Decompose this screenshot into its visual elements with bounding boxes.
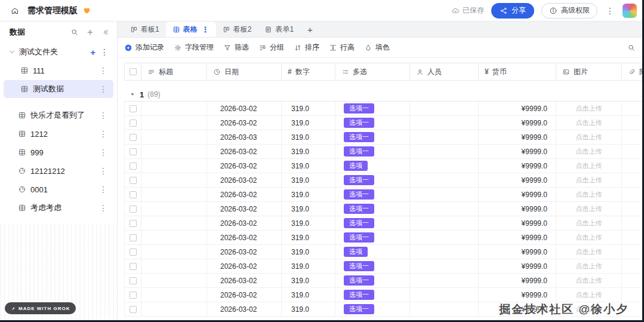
cell-title[interactable] bbox=[141, 302, 207, 316]
cell-multiselect[interactable]: 选项一 bbox=[335, 274, 410, 287]
cell-multiselect[interactable]: 选项一 bbox=[335, 202, 410, 216]
sidebar-folder[interactable]: 测试文件夹 + ⋮ bbox=[0, 43, 117, 61]
cell-person[interactable] bbox=[410, 188, 479, 201]
cell-date[interactable]: 2026-03-02 bbox=[207, 188, 282, 201]
avatar[interactable] bbox=[623, 4, 637, 18]
toolbar-add-record-button[interactable]: 添加记录 bbox=[124, 42, 164, 53]
item-kebab-icon[interactable]: ⋮ bbox=[98, 185, 109, 194]
cell-number[interactable]: 319.0 bbox=[282, 259, 335, 273]
cell-title[interactable] bbox=[141, 145, 207, 158]
cell-person[interactable] bbox=[410, 202, 479, 216]
cell-multiselect[interactable]: 选项 bbox=[335, 245, 410, 259]
cell-title[interactable] bbox=[141, 259, 207, 273]
cell-image[interactable]: 点击上传 bbox=[556, 173, 622, 187]
cell-date[interactable]: 2026-03-02 bbox=[207, 231, 282, 244]
home-button[interactable] bbox=[7, 3, 23, 19]
sidebar-collapse-icon[interactable] bbox=[101, 28, 110, 36]
cell-date[interactable]: 2026-03-02 bbox=[207, 116, 282, 130]
column-header-日期[interactable]: 日期 bbox=[207, 63, 282, 80]
toolbar-field-manage-button[interactable]: 字段管理 bbox=[174, 42, 214, 53]
cell-attachment[interactable]: 点击上传 bbox=[622, 245, 644, 259]
tab-表格[interactable]: 表格 ⋮ bbox=[166, 22, 216, 37]
sidebar-item-测试数据[interactable]: 测试数据 ⋮ bbox=[4, 80, 113, 98]
row-checkbox[interactable] bbox=[125, 288, 141, 302]
cell-multiselect[interactable]: 选项一 bbox=[335, 102, 410, 115]
cell-multiselect[interactable]: 选项一 bbox=[335, 145, 410, 158]
cell-image[interactable]: 点击上传 bbox=[556, 259, 622, 273]
row-checkbox[interactable] bbox=[125, 231, 141, 244]
cell-person[interactable] bbox=[410, 130, 479, 144]
cell-person[interactable] bbox=[410, 216, 479, 230]
cell-person[interactable] bbox=[410, 116, 479, 130]
cell-date[interactable]: 2026-03-02 bbox=[207, 173, 282, 187]
table-row[interactable]: 2026-03-02 319.0 选项一 ¥9999.0 点击上传 点击上传 bbox=[124, 259, 644, 274]
sidebar-item-999[interactable]: 999 ⋮ bbox=[4, 143, 113, 161]
advanced-permissions-button[interactable]: 高级权限 bbox=[541, 3, 597, 19]
row-checkbox[interactable] bbox=[125, 130, 141, 144]
cell-title[interactable] bbox=[141, 102, 207, 115]
table-row[interactable]: 2026-03-02 319.0 选项一 ¥9999.0 点击上传 点击上传 bbox=[124, 102, 644, 116]
cell-title[interactable] bbox=[141, 173, 207, 187]
column-header-货币[interactable]: ¥货币 bbox=[479, 63, 556, 80]
cell-multiselect[interactable]: 选项一 bbox=[335, 116, 410, 130]
item-kebab-icon[interactable]: ⋮ bbox=[98, 204, 109, 212]
cell-currency[interactable]: ¥9999.0 bbox=[479, 116, 556, 130]
table-row[interactable]: 2026-03-02 319.0 选项一 ¥9999.0 点击上传 点击上传 bbox=[124, 274, 644, 288]
cell-title[interactable] bbox=[141, 216, 207, 230]
sidebar-search-icon[interactable] bbox=[70, 28, 79, 36]
cell-number[interactable]: 319.0 bbox=[282, 216, 335, 230]
cell-title[interactable] bbox=[141, 202, 207, 216]
toolbar-sort-button[interactable]: 排序 bbox=[294, 42, 319, 53]
cell-date[interactable]: 2026-03-02 bbox=[207, 102, 282, 115]
cell-currency[interactable]: ¥9999.0 bbox=[479, 288, 556, 302]
tab-看板1[interactable]: 看板1 bbox=[124, 22, 166, 37]
cell-attachment[interactable]: 点击上传 bbox=[622, 130, 644, 144]
share-button[interactable]: 分享 bbox=[491, 3, 534, 19]
column-header-数字[interactable]: #数字 bbox=[282, 63, 335, 80]
cell-image[interactable]: 点击上传 bbox=[556, 102, 622, 115]
cell-currency[interactable]: ¥9999.0 bbox=[479, 188, 556, 201]
cell-title[interactable] bbox=[141, 188, 207, 201]
row-checkbox[interactable] bbox=[125, 173, 141, 187]
toolbar-group-button[interactable]: 分组 bbox=[258, 42, 284, 53]
row-checkbox[interactable] bbox=[125, 216, 141, 230]
sidebar-item-1212[interactable]: 1212 ⋮ bbox=[4, 125, 113, 143]
item-kebab-icon[interactable]: ⋮ bbox=[98, 167, 109, 175]
folder-add-icon[interactable]: + bbox=[90, 47, 95, 57]
table-row[interactable]: 2026-03-02 319.0 选项一 ¥9999.0 点击上传 点击上传 bbox=[124, 116, 644, 130]
cell-title[interactable] bbox=[141, 245, 207, 259]
cell-image[interactable]: 点击上传 bbox=[556, 216, 622, 230]
cell-multiselect[interactable]: 选项一 bbox=[335, 173, 410, 187]
row-checkbox[interactable] bbox=[125, 159, 141, 173]
column-header-人员[interactable]: 人员 bbox=[410, 63, 479, 80]
cell-currency[interactable]: ¥9999.0 bbox=[479, 159, 556, 173]
cell-currency[interactable]: ¥9999.0 bbox=[479, 274, 556, 287]
cell-attachment[interactable]: 点击上传 bbox=[622, 188, 644, 201]
cell-multiselect[interactable]: 选项一 bbox=[335, 216, 410, 230]
cell-image[interactable]: 点击上传 bbox=[556, 188, 622, 201]
cell-number[interactable]: 319.0 bbox=[282, 130, 335, 144]
cell-person[interactable] bbox=[410, 145, 479, 158]
add-view-button[interactable]: + bbox=[300, 22, 320, 37]
cell-attachment[interactable]: 点击上传 bbox=[622, 288, 644, 302]
cell-date[interactable]: 2026-03-02 bbox=[207, 245, 282, 259]
cell-attachment[interactable]: 点击上传 bbox=[622, 173, 644, 187]
table-row[interactable]: 2026-03-02 319.0 选项一 ¥9999.0 点击上传 点击上传 bbox=[124, 145, 644, 159]
cell-multiselect[interactable]: 选项一 bbox=[335, 188, 410, 201]
cell-attachment[interactable]: 点击上传 bbox=[622, 231, 644, 244]
table-row[interactable]: 2026-03-02 319.0 选项一 ¥9999.0 点击上传 点击上传 bbox=[124, 173, 644, 188]
item-kebab-icon[interactable]: ⋮ bbox=[98, 130, 109, 138]
sidebar-item-快乐才是看到了[interactable]: 快乐才是看到了 ⋮ bbox=[4, 106, 113, 124]
favorite-heart-icon[interactable] bbox=[82, 6, 91, 15]
table-row[interactable]: 2026-03-03 319.0 选项一 ¥9999.0 点击上传 点击上传 bbox=[124, 130, 644, 145]
folder-kebab-icon[interactable]: ⋮ bbox=[99, 48, 110, 56]
cell-multiselect[interactable]: 选项一 bbox=[335, 288, 410, 302]
sidebar-item-111[interactable]: 111 ⋮ bbox=[4, 62, 113, 79]
cell-currency[interactable]: ¥9999.0 bbox=[479, 130, 556, 144]
cell-title[interactable] bbox=[141, 116, 207, 130]
sidebar-item-0001[interactable]: 0001 ⋮ bbox=[4, 180, 113, 198]
item-kebab-icon[interactable]: ⋮ bbox=[98, 111, 109, 119]
column-header-附件[interactable]: 附件 bbox=[622, 63, 644, 80]
cell-person[interactable] bbox=[410, 288, 479, 302]
cell-currency[interactable]: ¥9999.0 bbox=[479, 216, 556, 230]
